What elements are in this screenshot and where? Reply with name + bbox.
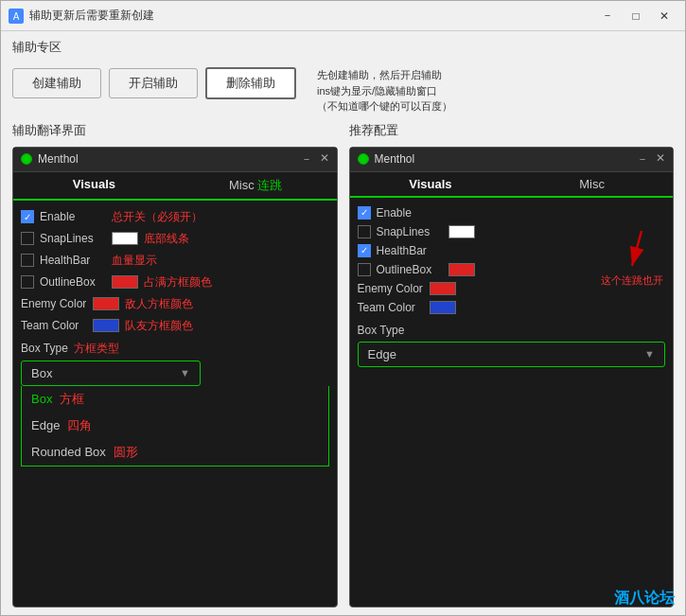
left-misc-highlight: 连跳	[257, 178, 282, 192]
right-dropdown-arrow-icon: ▼	[644, 348, 655, 360]
right-team-color-row: Team Color	[358, 298, 666, 317]
left-outlinebox-swatch[interactable]	[112, 275, 138, 289]
left-team-label: Team Color	[21, 319, 87, 332]
left-panel-tabs: Visuals Misc 连跳	[13, 172, 337, 201]
left-option-edge-label: Edge	[31, 418, 60, 432]
right-panel-controls: － ✕	[637, 151, 665, 167]
arrow-svg	[613, 226, 651, 273]
left-panel-name: Menthol	[38, 152, 79, 166]
right-dropdown-selected: Edge	[368, 347, 396, 361]
right-team-label: Team Color	[358, 301, 424, 314]
left-team-color-row: Team Color 队友方框颜色	[21, 315, 329, 337]
right-snaplines-label: SnapLines	[377, 225, 443, 238]
left-outlinebox-sublabel: 占满方框颜色	[144, 274, 212, 290]
right-outlinebox-label: OutlineBox	[377, 263, 443, 276]
right-enemy-swatch[interactable]	[430, 282, 456, 295]
right-panel-dot	[358, 153, 369, 165]
left-snaplines-label: SnapLines	[40, 232, 106, 245]
left-option-box-sublabel: 方框	[60, 391, 84, 408]
left-tab-visuals[interactable]: Visuals	[13, 172, 175, 199]
right-panel-title-left: Menthol	[358, 152, 415, 166]
left-panel-controls: － ✕	[301, 151, 329, 167]
left-enable-row: Enable 总开关（必须开）	[21, 206, 329, 228]
note-line2: ins键为显示/隐藏辅助窗口	[317, 83, 452, 99]
note-line3: （不知道哪个键的可以百度）	[317, 98, 452, 114]
left-outlinebox-checkbox[interactable]	[21, 275, 34, 289]
left-team-sublabel: 队友方框颜色	[125, 318, 193, 334]
left-panel-dot	[21, 153, 32, 165]
right-outlinebox-swatch[interactable]	[449, 263, 475, 276]
left-team-swatch[interactable]	[93, 319, 119, 332]
left-dropdown-selected: Box	[31, 366, 52, 380]
left-panel-title-left: Menthol	[21, 152, 79, 166]
start-button[interactable]: 开启辅助	[109, 68, 198, 98]
right-healthbar-checkbox[interactable]	[358, 244, 371, 257]
right-team-swatch[interactable]	[430, 301, 456, 314]
left-enable-sublabel: 总开关（必须开）	[112, 209, 202, 225]
maximize-button[interactable]: □	[623, 7, 649, 26]
arrow-annotation: 这个连跳也开	[601, 226, 663, 288]
right-tab-visuals[interactable]: Visuals	[350, 172, 512, 196]
left-healthbar-checkbox[interactable]	[21, 254, 34, 267]
svg-text:A: A	[13, 11, 20, 22]
left-box-type-section: Box Type 方框类型 Box ▼ Box 方框	[21, 341, 329, 386]
left-boxtype-sublabel: 方框类型	[74, 341, 119, 357]
panels-row: Menthol － ✕ Visuals Misc 连跳	[12, 147, 674, 608]
left-dropdown-button[interactable]: Box ▼	[21, 361, 201, 386]
right-enemy-label: Enemy Color	[358, 282, 424, 295]
left-minimize-icon[interactable]: －	[301, 151, 312, 167]
left-enable-checkbox[interactable]	[21, 210, 34, 223]
left-snaplines-swatch[interactable]	[112, 232, 138, 245]
left-snaplines-row: SnapLines 底部线条	[21, 228, 329, 250]
right-panel-tabs: Visuals Misc	[350, 172, 674, 198]
right-close-icon[interactable]: ✕	[656, 151, 665, 167]
right-outlinebox-checkbox[interactable]	[358, 263, 371, 276]
left-enable-label: Enable	[40, 210, 106, 223]
left-option-rounded-sublabel: 圆形	[114, 444, 138, 461]
right-snaplines-swatch[interactable]	[449, 225, 475, 238]
left-boxtype-label: Box Type	[21, 342, 68, 355]
main-window: A 辅助更新后需要重新创建 － □ ✕ 辅助专区 创建辅助 开启辅助 删除辅助 …	[0, 0, 686, 616]
annotation-text: 这个连跳也开	[601, 273, 663, 288]
left-option-edge-sublabel: 四角	[67, 417, 92, 434]
left-dropdown-container: Box ▼ Box 方框 Edge 四角	[21, 361, 329, 386]
left-snaplines-checkbox[interactable]	[21, 232, 34, 245]
left-option-box-label: Box	[31, 392, 52, 406]
app-icon: A	[9, 9, 24, 24]
delete-button[interactable]: 删除辅助	[205, 67, 296, 99]
left-outlinebox-row: OutlineBox 占满方框颜色	[21, 272, 329, 293]
left-enemy-color-row: Enemy Color 敌人方框颜色	[21, 293, 329, 315]
right-panel-body: 这个连跳也开 Enable SnapLines	[350, 198, 674, 607]
left-healthbar-row: HealthBar 血量显示	[21, 250, 329, 272]
left-dropdown-option-rounded[interactable]: Rounded Box 圆形	[22, 439, 328, 466]
right-enable-checkbox[interactable]	[358, 206, 371, 220]
right-tab-misc[interactable]: Misc	[511, 172, 673, 196]
window-title: 辅助更新后需要重新创建	[29, 8, 154, 24]
right-panel-titlebar: Menthol － ✕	[350, 148, 674, 172]
section-label: 辅助专区	[12, 39, 674, 56]
close-button[interactable]: ✕	[651, 7, 677, 26]
left-option-rounded-label: Rounded Box	[31, 445, 106, 459]
right-enable-label: Enable	[377, 206, 443, 220]
left-enemy-swatch[interactable]	[93, 297, 119, 310]
left-close-icon[interactable]: ✕	[320, 151, 329, 167]
left-dropdown-option-box[interactable]: Box 方框	[22, 386, 328, 413]
left-healthbar-label: HealthBar	[40, 254, 106, 267]
right-minimize-icon[interactable]: －	[637, 151, 648, 167]
left-section-label: 辅助翻译界面	[12, 122, 338, 139]
right-healthbar-label: HealthBar	[377, 244, 443, 257]
right-snaplines-checkbox[interactable]	[358, 225, 371, 238]
watermark-label: 酒八论坛	[614, 589, 675, 608]
right-dropdown-button[interactable]: Edge ▼	[358, 342, 666, 367]
left-dropdown-option-edge[interactable]: Edge 四角	[22, 413, 328, 439]
left-outlinebox-label: OutlineBox	[40, 275, 106, 289]
minimize-button[interactable]: －	[594, 7, 621, 26]
left-dropdown-arrow-icon: ▼	[180, 367, 190, 378]
left-misc-label[interactable]: Misc	[229, 178, 255, 192]
create-button[interactable]: 创建辅助	[12, 68, 101, 98]
left-panel-titlebar: Menthol － ✕	[13, 148, 337, 172]
right-boxtype-label: Box Type	[358, 324, 405, 337]
left-panel: Menthol － ✕ Visuals Misc 连跳	[12, 147, 338, 608]
right-enable-row: Enable	[358, 203, 666, 222]
left-enemy-sublabel: 敌人方框颜色	[125, 296, 193, 312]
